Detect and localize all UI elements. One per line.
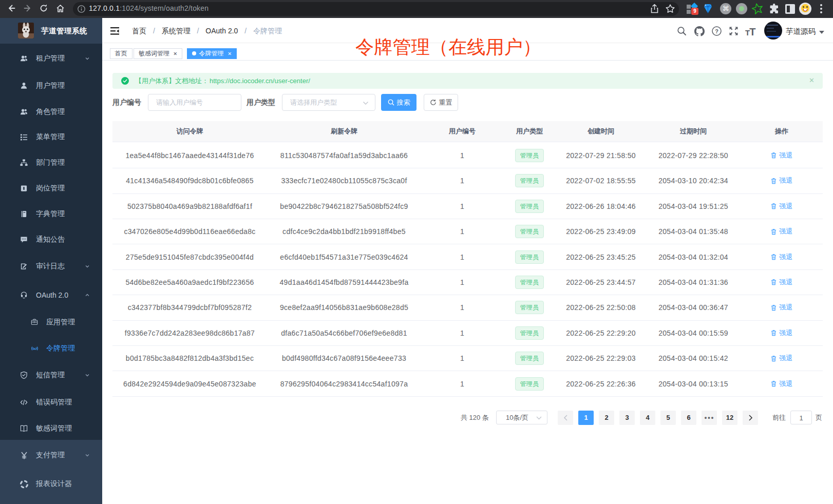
svg-text:A: A — [33, 347, 36, 351]
svg-text:?: ? — [715, 28, 718, 34]
